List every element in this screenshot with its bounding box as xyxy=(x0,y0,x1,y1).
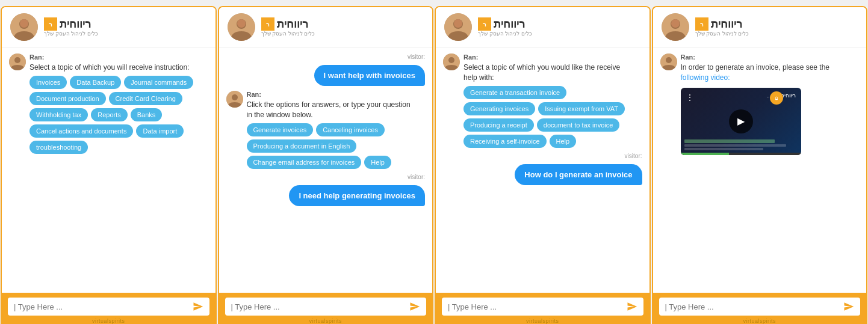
message-text-2: Click the options for answers, or type y… xyxy=(247,100,416,120)
svg-point-9 xyxy=(232,94,238,100)
messages-2: visitor: I want help with invoices Ran: … xyxy=(219,47,433,293)
bot-message-row-1: Ran: Select a topic of which you will re… xyxy=(9,53,208,154)
header-3: ר ריווחית כלים לניהול העסק שלך xyxy=(436,7,649,47)
btn-credit-card-clearing[interactable]: Credit Card Clearing xyxy=(109,92,182,105)
btn-self-invoice[interactable]: Receiving a self-invoice xyxy=(463,135,547,148)
input-row-2 xyxy=(225,298,427,316)
message-content-1: Ran: Select a topic of which you will re… xyxy=(29,53,199,154)
small-avatar-3 xyxy=(443,53,460,70)
btn-data-import[interactable]: Data import xyxy=(136,124,184,138)
btn-producing-receipt[interactable]: Producing a receipt xyxy=(463,118,534,132)
btn-document-production[interactable]: Document production xyxy=(29,92,106,105)
btn-help-3[interactable]: Help xyxy=(550,135,577,148)
brand-icon-2: ר xyxy=(261,17,274,31)
btn-journal-commands[interactable]: Journal commands xyxy=(124,76,193,89)
btn-transaction-invoice[interactable]: Generate a transaction invoice xyxy=(463,86,566,99)
chat-input-4[interactable] xyxy=(665,302,839,311)
chat-window-3: ר ריווחית כלים לניהול העסק שלך Ran: Sele… xyxy=(435,6,651,324)
chat-input-1[interactable] xyxy=(14,302,188,311)
btn-withholding-tax[interactable]: Withholding tax xyxy=(29,108,88,121)
btn-cancel-actions[interactable]: Cancel actions and documents xyxy=(29,124,133,138)
visitor-bubble-bottom-3: How do I generate an invoice xyxy=(515,164,642,185)
message-text-4: In order to generate an invoice, please … xyxy=(681,63,850,83)
visitor-label-bottom-2: visitor: xyxy=(408,174,425,180)
btn-banks[interactable]: Banks xyxy=(131,108,163,121)
powered-by-4: virtualspirits xyxy=(659,318,861,324)
btn-generating-invoices[interactable]: Generating invoices xyxy=(463,102,535,115)
btn-data-backup[interactable]: Data Backup xyxy=(70,76,121,89)
brand-icon-4: ר xyxy=(695,17,708,31)
btn-reports[interactable]: Reports xyxy=(91,108,128,121)
camera-icon xyxy=(770,91,783,105)
svg-point-4 xyxy=(14,57,20,63)
bot-message-row-4: Ran: In order to generate an invoice, pl… xyxy=(660,53,860,155)
footer-2: virtualspirits xyxy=(219,293,433,324)
input-row-1 xyxy=(8,298,209,316)
brand-icon-1: ר xyxy=(44,17,57,31)
video-bg-table xyxy=(681,139,801,150)
brand-name-3: ריווחית xyxy=(494,17,525,31)
brand-subtitle-1: כלים לניהול העסק שלך xyxy=(44,31,98,37)
btn-troubleshooting[interactable]: troubleshooting xyxy=(29,141,88,154)
svg-point-2 xyxy=(20,19,28,28)
visitor-bubble-top-2: I want help with invoices xyxy=(314,65,425,86)
header-4: ר ריווחית כלים לניהול העסק שלך xyxy=(653,7,867,47)
visitor-label-top-2: visitor: xyxy=(408,53,425,60)
video-play-button[interactable]: ▶ xyxy=(729,109,753,133)
video-thumbnail-4[interactable]: ⋮ ריווחית ניהו... ▶ xyxy=(681,88,801,155)
header-2: ר ריווחית כלים לניהול העסק שלך xyxy=(219,7,433,47)
input-row-3 xyxy=(442,298,643,316)
message-text-1: Select a topic of which you will receive… xyxy=(29,63,199,73)
send-btn-1[interactable] xyxy=(193,301,203,312)
send-btn-3[interactable] xyxy=(627,301,637,312)
visitor-bubble-bottom-2: I need help generating invoices xyxy=(289,185,425,206)
visitor-msg-top-2: visitor: I want help with invoices xyxy=(226,53,426,86)
brand-logo-3: ר ריווחית כלים לניהול העסק שלך xyxy=(478,17,532,37)
chat-container: ר ריווחית כלים לניהול העסק שלך Ran: Sele… xyxy=(0,6,868,324)
btn-doc-tax-invoice[interactable]: document to tax invoice xyxy=(537,118,620,132)
bot-message-row-2: Ran: Click the options for answers, or t… xyxy=(226,91,426,169)
brand-name-4: ריווחית xyxy=(711,17,742,31)
avatar-2 xyxy=(228,13,255,41)
btn-help-2[interactable]: Help xyxy=(364,156,391,169)
send-btn-4[interactable] xyxy=(843,301,854,312)
powered-by-3: virtualspirits xyxy=(442,318,643,324)
sender-name-4: Ran: xyxy=(681,53,850,61)
message-content-4: Ran: In order to generate an invoice, pl… xyxy=(681,53,850,155)
footer-4: virtualspirits xyxy=(653,293,867,324)
svg-point-17 xyxy=(671,19,680,28)
send-btn-2[interactable] xyxy=(409,301,420,312)
visitor-label-bottom-3: visitor: xyxy=(625,153,642,159)
svg-point-19 xyxy=(666,57,672,63)
chat-window-1: ר ריווחית כלים לניהול העסק שלך Ran: Sele… xyxy=(1,6,217,324)
btn-canceling-invoices[interactable]: Canceling invoices xyxy=(316,123,385,136)
brand-name-1: ריווחית xyxy=(60,17,91,31)
buttons-row-1: Invoices Data Backup Journal commands Do… xyxy=(29,76,199,154)
svg-point-14 xyxy=(448,57,454,63)
btn-issuing-exempt[interactable]: Issuing exempt from VAT xyxy=(538,102,625,115)
chat-input-2[interactable] xyxy=(231,302,405,311)
avatar-1 xyxy=(10,13,38,41)
buttons-row-3: Generate a transaction invoice Generatin… xyxy=(463,86,633,148)
visitor-msg-bottom-3: visitor: How do I generate an invoice xyxy=(443,153,642,185)
btn-change-email[interactable]: Change email address for invoices xyxy=(247,156,362,169)
chat-window-4: ר ריווחית כלים לניהול העסק שלך Ran: In o… xyxy=(652,6,868,324)
message-content-3: Ran: Select a topic of which you would l… xyxy=(463,53,633,148)
message-text-3: Select a topic of which you would like t… xyxy=(463,63,633,83)
sender-name-3: Ran: xyxy=(463,53,633,61)
btn-invoices[interactable]: Invoices xyxy=(29,76,67,89)
btn-generate-invoices[interactable]: Generate invoices xyxy=(247,123,314,136)
bot-message-row-3: Ran: Select a topic of which you would l… xyxy=(443,53,642,148)
brand-name-2: ריווחית xyxy=(277,17,308,31)
footer-1: virtualspirits xyxy=(2,293,215,324)
avatar-3 xyxy=(444,13,472,41)
small-avatar-4 xyxy=(660,53,677,70)
buttons-row-2: Generate invoices Canceling invoices Pro… xyxy=(247,123,416,169)
btn-producing-english[interactable]: Producing a document in English xyxy=(247,139,357,153)
input-row-4 xyxy=(659,298,861,316)
messages-3: Ran: Select a topic of which you would l… xyxy=(436,47,649,293)
brand-subtitle-4: כלים לניהול העסק שלך xyxy=(695,31,749,37)
chat-input-3[interactable] xyxy=(448,302,622,311)
brand-logo-2: ר ריווחית כלים לניהול העסק שלך xyxy=(261,17,315,37)
visitor-msg-bottom-2: visitor: I need help generating invoices xyxy=(226,174,426,206)
